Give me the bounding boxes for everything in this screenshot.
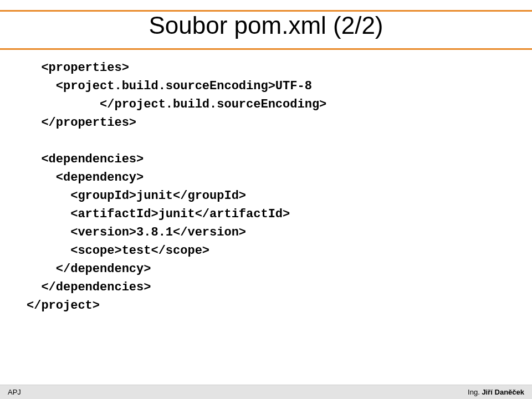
code-line: </dependency> (27, 262, 151, 276)
code-line: </project.build.sourceEncoding> (27, 98, 326, 111)
footer-author: Jiří Daněček (482, 388, 524, 396)
title-bar: Soubor pom.xml (2/2) (0, 10, 532, 50)
code-line: </properties> (27, 116, 136, 130)
code-line: <properties> (27, 61, 129, 75)
code-line: <project.build.sourceEncoding>UTF-8 (27, 79, 312, 93)
footer-prefix: Ing. (468, 388, 482, 396)
code-line: </project> (27, 299, 100, 313)
code-line: <dependency> (27, 171, 144, 185)
code-line: <dependencies> (27, 152, 144, 166)
footer-right: Ing. Jiří Daněček (468, 388, 524, 396)
footer: APJ Ing. Jiří Daněček (0, 385, 532, 399)
slide: Soubor pom.xml (2/2) <properties> <proje… (0, 0, 532, 399)
footer-left: APJ (8, 388, 21, 396)
code-line: <groupId>junit</groupId> (27, 189, 246, 203)
code-block: <properties> <project.build.sourceEncodi… (27, 59, 505, 315)
code-line: <scope>test</scope> (27, 244, 209, 258)
slide-title: Soubor pom.xml (2/2) (149, 13, 383, 38)
code-line: <version>3.8.1</version> (27, 226, 246, 239)
code-line: <artifactId>junit</artifactId> (27, 207, 290, 221)
code-line: </dependencies> (27, 280, 151, 294)
